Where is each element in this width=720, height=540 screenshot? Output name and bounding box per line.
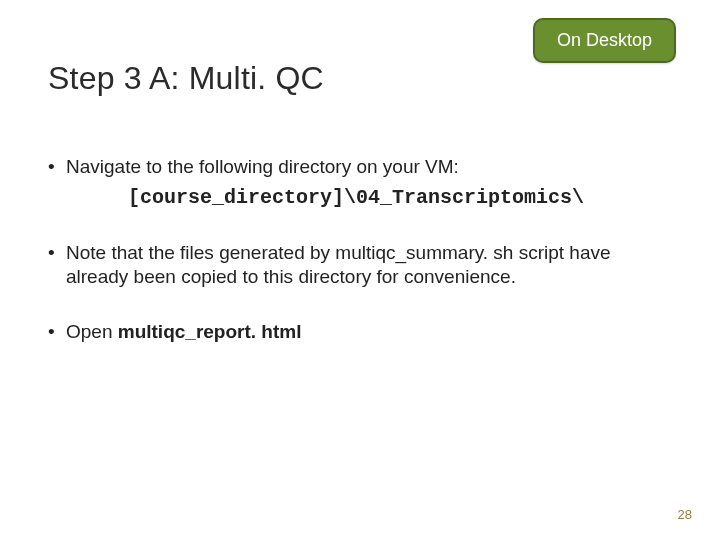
bullet-note-text: Note that the files generated by multiqc… <box>66 242 611 287</box>
directory-path: [course_directory]\04_Transcriptomics\ <box>128 185 672 211</box>
on-desktop-badge: On Desktop <box>533 18 676 63</box>
bullet-list: Navigate to the following directory on y… <box>48 155 672 344</box>
bullet-navigate: Navigate to the following directory on y… <box>48 155 672 211</box>
page-number: 28 <box>678 507 692 522</box>
bullet-note: Note that the files generated by multiqc… <box>48 241 672 290</box>
bullet-open: Open multiqc_report. html <box>48 320 672 344</box>
bullet-navigate-text: Navigate to the following directory on y… <box>66 156 459 177</box>
report-filename: multiqc_report. html <box>118 321 302 342</box>
slide: On Desktop Step 3 A: Multi. QC Navigate … <box>0 0 720 540</box>
bullet-open-text: Open <box>66 321 118 342</box>
slide-title: Step 3 A: Multi. QC <box>48 60 672 97</box>
slide-body: Navigate to the following directory on y… <box>48 155 672 344</box>
badge-label: On Desktop <box>557 30 652 50</box>
